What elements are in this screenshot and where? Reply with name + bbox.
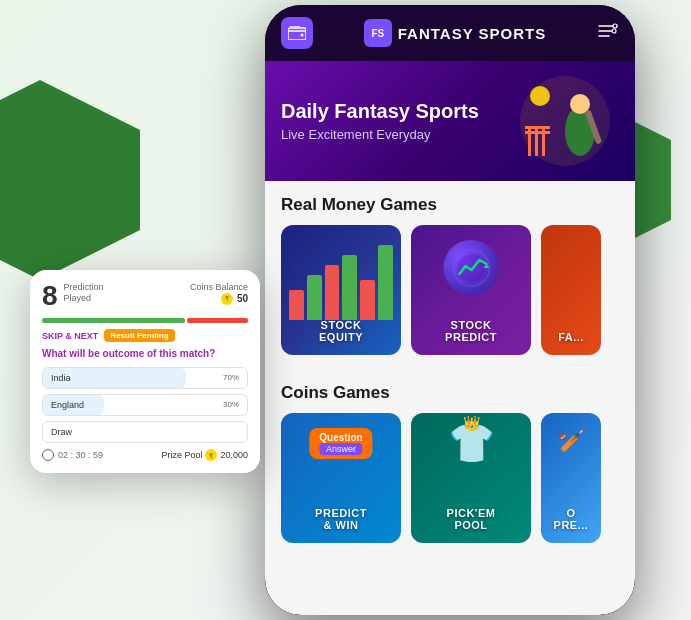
option-england-text: England 30% <box>51 400 239 410</box>
svg-point-5 <box>613 24 617 28</box>
stock-predict-card[interactable]: STOCKPREDICT <box>411 225 531 355</box>
o-pre-card[interactable]: 🏏 OPRE... <box>541 413 601 543</box>
prediction-question: What will be outcome of this match? <box>42 348 248 359</box>
skip-next-row: SKIP & NEXT Result Pending <box>42 329 248 342</box>
bar-3 <box>325 265 340 320</box>
promo-banner: Daily Fantasy Sports Live Excitement Eve… <box>265 61 635 181</box>
banner-subtitle: Live Excitement Everyday <box>281 127 619 142</box>
option-england-pct: 30% <box>223 400 239 410</box>
wallet-icon[interactable] <box>281 17 313 49</box>
prize-pool: Prize Pool ₹ 20,000 <box>161 449 248 461</box>
mini-chart <box>289 265 393 320</box>
widget-header: 8 Prediction Played Coins Balance ₹ 50 <box>42 282 248 310</box>
pickem-pool-card[interactable]: 👕 👑 PICK'EMPOOL <box>411 413 531 543</box>
phone-content: Daily Fantasy Sports Live Excitement Eve… <box>265 61 635 615</box>
coins-balance: Coins Balance ₹ 50 <box>190 282 248 305</box>
clock-icon <box>42 449 54 461</box>
banner-title: Daily Fantasy Sports <box>281 100 619 123</box>
svg-point-1 <box>301 34 304 37</box>
qa-badge: Question Answer <box>309 428 372 459</box>
option-draw-text: Draw <box>51 427 239 437</box>
pickem-pool-label: PICK'EMPOOL <box>447 507 496 531</box>
real-money-section-title: Real Money Games <box>265 181 635 225</box>
app-header: FS FANTASY SPORTS <box>265 5 635 61</box>
prediction-label-group: Prediction Played <box>64 282 104 304</box>
bar-5 <box>360 280 375 320</box>
skip-next-label[interactable]: SKIP & NEXT <box>42 331 98 341</box>
prize-pool-label: Prize Pool <box>161 450 202 460</box>
fantasy-card[interactable]: FA... <box>541 225 601 355</box>
widget-footer: 02 : 30 : 59 Prize Pool ₹ 20,000 <box>42 449 248 461</box>
timer-value: 02 : 30 : 59 <box>58 450 103 460</box>
prize-coin-icon: ₹ <box>205 449 217 461</box>
bar-1 <box>289 290 304 320</box>
coins-balance-label: Coins Balance <box>190 282 248 293</box>
prize-value: 20,000 <box>220 450 248 460</box>
option-india-text: India 70% <box>51 373 239 383</box>
predict-win-label: PREDICT& WIN <box>315 507 367 531</box>
coin-icon: ₹ <box>221 293 233 305</box>
coins-value: 50 <box>237 293 248 304</box>
prediction-label-line1: Prediction <box>64 282 104 293</box>
coins-games-row: Question Answer PREDICT& WIN 👕 👑 PICK'EM… <box>265 413 635 557</box>
option-india-pct: 70% <box>223 373 239 383</box>
svg-rect-0 <box>288 28 306 40</box>
cricket-ball-icon: 🏏 <box>558 428 585 454</box>
countdown-timer: 02 : 30 : 59 <box>42 449 103 461</box>
option-england[interactable]: England 30% <box>42 394 248 416</box>
progress-green <box>42 318 185 323</box>
fantasy-label: FA... <box>558 331 584 343</box>
stock-predict-label: STOCKPREDICT <box>445 319 497 343</box>
phone-mockup: FS FANTASY SPORTS Daily Fantasy Sports L… <box>265 5 635 615</box>
answer-label: Answer <box>319 443 362 455</box>
question-label: Question <box>319 432 362 443</box>
fs-logo: FS <box>364 19 392 47</box>
option-england-label: England <box>51 400 84 410</box>
progress-red <box>187 318 248 323</box>
stock-equity-card[interactable]: STOCKEQUITY <box>281 225 401 355</box>
option-draw[interactable]: Draw <box>42 421 248 443</box>
coins-amount: ₹ 50 <box>221 293 248 305</box>
prediction-label-line2: Played <box>64 293 104 304</box>
option-draw-label: Draw <box>51 427 72 437</box>
bar-2 <box>307 275 322 320</box>
option-india[interactable]: India 70% <box>42 367 248 389</box>
real-money-games-row: STOCKEQUITY STOCKPREDICT FA... <box>265 225 635 369</box>
bar-6 <box>378 245 393 320</box>
prediction-widget: 8 Prediction Played Coins Balance ₹ 50 S… <box>30 270 260 473</box>
o-pre-label: OPRE... <box>554 507 589 531</box>
predict-win-card[interactable]: Question Answer PREDICT& WIN <box>281 413 401 543</box>
app-title: FS FANTASY SPORTS <box>364 19 546 47</box>
globe-icon <box>444 240 499 295</box>
coins-games-section-title: Coins Games <box>265 369 635 413</box>
crown-icon: 👑 <box>463 415 480 431</box>
progress-bar <box>42 318 248 323</box>
bar-4 <box>342 255 357 320</box>
hex-decoration-left <box>0 80 140 280</box>
app-title-text: FANTASY SPORTS <box>398 25 546 42</box>
option-india-label: India <box>51 373 71 383</box>
filter-icon[interactable] <box>597 22 619 45</box>
svg-point-6 <box>612 29 616 33</box>
prediction-number: 8 <box>42 282 58 310</box>
result-pending-badge: Result Pending <box>104 329 174 342</box>
stock-equity-label: STOCKEQUITY <box>319 319 363 343</box>
